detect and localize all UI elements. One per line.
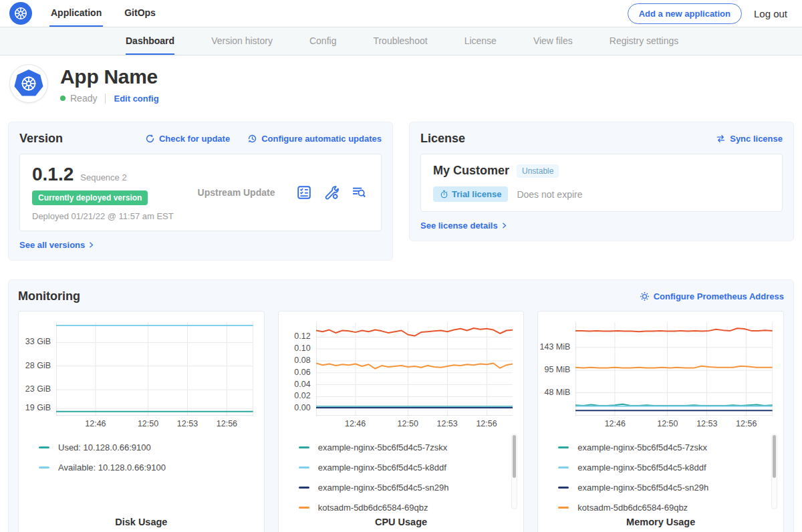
edit-config-link[interactable]: Edit config [114,94,158,104]
x-axis-tick-label: 12:46 [85,419,106,428]
legend-item: Available: 10.128.0.66:9100 [39,462,264,473]
app-tab-bar: Dashboard Version history Config Trouble… [0,27,802,55]
legend-item: example-nginx-5bc6f5d4c5-sn29h [299,483,524,493]
x-axis-tick-label: 12:46 [605,419,626,428]
app-header: App Name Ready Edit config [0,55,802,113]
tab-view-files[interactable]: View files [533,27,573,55]
y-axis-tick-label: 33 GiB [25,337,51,346]
check-for-update-link[interactable]: Check for update [145,134,230,144]
legend-swatch [299,446,309,448]
cpu-usage-plot: 0.120.100.080.060.040.020.00 [279,322,524,416]
legend-item: kotsadm-5db6dc6584-69qbz [558,503,783,513]
deployed-version-badge: Currently deployed version [32,190,148,205]
y-axis-tick-label: 48 MiB [544,388,570,397]
legend-item: example-nginx-5bc6f5d4c5-k8ddf [299,462,524,473]
configure-prometheus-link[interactable]: Configure Prometheus Address [640,291,784,301]
page-title: App Name [60,65,159,88]
preflight-checklist-icon[interactable] [297,185,311,200]
tab-registry-settings[interactable]: Registry settings [610,27,678,55]
tab-config[interactable]: Config [309,27,336,55]
channel-badge: Unstable [517,164,559,178]
memory-usage-legend: example-nginx-5bc6f5d4c5-7zskxexample-ng… [558,442,783,513]
version-card-title: Version [19,132,63,146]
x-axis-tick-label: 12:50 [398,419,418,428]
legend-item: example-nginx-5bc6f5d4c5-7zskx [558,442,783,452]
view-logs-icon[interactable] [352,185,366,200]
version-card: Version Check for update Configure au [8,122,393,261]
legend-item: Used: 10.128.0.66:9100 [39,442,264,452]
x-axis-tick-label: 12:56 [217,419,237,428]
status-label: Ready [70,93,97,104]
nav-tab-application[interactable]: Application [49,0,103,27]
legend-item: example-nginx-5bc6f5d4c5-7zskx [299,442,524,452]
legend-swatch [558,487,569,489]
y-axis-tick-label: 0.12 [294,331,310,341]
legend-label: example-nginx-5bc6f5d4c5-k8ddf [577,462,706,473]
legend-swatch [299,507,309,509]
x-axis-tick-label: 12:46 [345,419,366,428]
y-axis-tick-label: 0.04 [294,380,310,389]
version-source-label: Upstream Update [176,187,297,198]
y-axis-tick-label: 0.02 [294,391,310,400]
legend-label: example-nginx-5bc6f5d4c5-k8ddf [318,462,446,473]
legend-swatch [39,446,49,448]
license-panel: My Customer Unstable Trial license Does … [420,154,783,212]
configure-automatic-updates-link[interactable]: Configure automatic updates [247,134,382,144]
legend-label: Used: 10.128.0.66:9100 [58,442,151,452]
tab-dashboard[interactable]: Dashboard [126,27,174,55]
trial-license-badge: Trial license [433,186,508,202]
legend-label: example-nginx-5bc6f5d4c5-7zskx [318,442,448,452]
monitoring-section: Monitoring Configure Prometheus Address [8,279,794,532]
cpu-usage-legend: example-nginx-5bc6f5d4c5-7zskxexample-ng… [299,442,524,513]
y-axis-tick-label: 0.06 [294,368,310,377]
config-wrench-icon[interactable] [324,185,339,200]
legend-scrollbar[interactable] [511,434,517,509]
tab-version-history[interactable]: Version history [211,27,273,55]
legend-label: kotsadm-5db6dc6584-69qbz [318,503,428,513]
y-axis-tick-label: 19 GiB [25,403,51,412]
legend-scrollbar[interactable] [771,434,777,509]
legend-swatch [299,487,309,489]
legend-swatch [558,467,569,469]
kubernetes-logo-icon [9,2,32,25]
top-nav: Application GitOps Add a new application… [0,0,802,27]
status-ready-dot [60,96,65,101]
chart-title: Memory Usage [538,517,783,527]
x-axis-tick-label: 12:56 [736,419,757,428]
disk-usage-chart-card: 33 GiB28 GiB23 GiB19 GiB 12:4612:5012:53… [18,311,265,532]
disk-usage-plot: 33 GiB28 GiB23 GiB19 GiB [19,322,264,416]
monitoring-title: Monitoring [18,289,80,303]
y-axis-tick-label: 143 MiB [539,342,570,352]
y-axis-tick-label: 28 GiB [25,361,51,370]
chevron-right-icon [88,241,95,249]
nav-tab-gitops[interactable]: GitOps [123,0,157,27]
tab-license[interactable]: License [464,27,497,55]
add-application-button[interactable]: Add a new application [628,3,742,24]
memory-usage-chart-card: 143 MiB95 MiB48 MiB 12:4612:5012:5312:56… [537,311,784,532]
y-axis-tick-label: 0.10 [294,344,310,353]
customer-name: My Customer [433,164,509,178]
legend-label: example-nginx-5bc6f5d4c5-sn29h [577,483,708,493]
legend-swatch [558,446,569,448]
x-axis-tick-label: 12:50 [657,419,678,428]
see-license-details-link[interactable]: See license details [420,221,783,231]
disk-usage-legend: Used: 10.128.0.66:9100Available: 10.128.… [39,442,264,473]
chart-title: Disk Usage [19,517,264,527]
logout-button[interactable]: Log out [754,8,787,19]
memory-usage-plot: 143 MiB95 MiB48 MiB [538,322,783,416]
x-axis-tick-label: 12:50 [138,419,158,428]
see-all-versions-link[interactable]: See all versions [19,240,382,250]
clock-history-icon [247,134,257,144]
gear-icon [640,291,650,301]
refresh-icon [145,134,155,144]
tab-troubleshoot[interactable]: Troubleshoot [373,27,427,55]
legend-swatch [299,467,309,469]
legend-label: kotsadm-5db6dc6584-69qbz [577,503,688,513]
legend-swatch [558,507,569,509]
y-axis-tick-label: 23 GiB [25,384,51,394]
deployed-timestamp: Deployed 01/21/22 @ 11:57 am EST [32,211,176,221]
x-axis-tick-label: 12:53 [177,419,198,428]
legend-label: example-nginx-5bc6f5d4c5-sn29h [318,483,449,493]
version-sequence: Sequence 2 [80,172,126,182]
sync-license-link[interactable]: Sync license [716,134,783,144]
